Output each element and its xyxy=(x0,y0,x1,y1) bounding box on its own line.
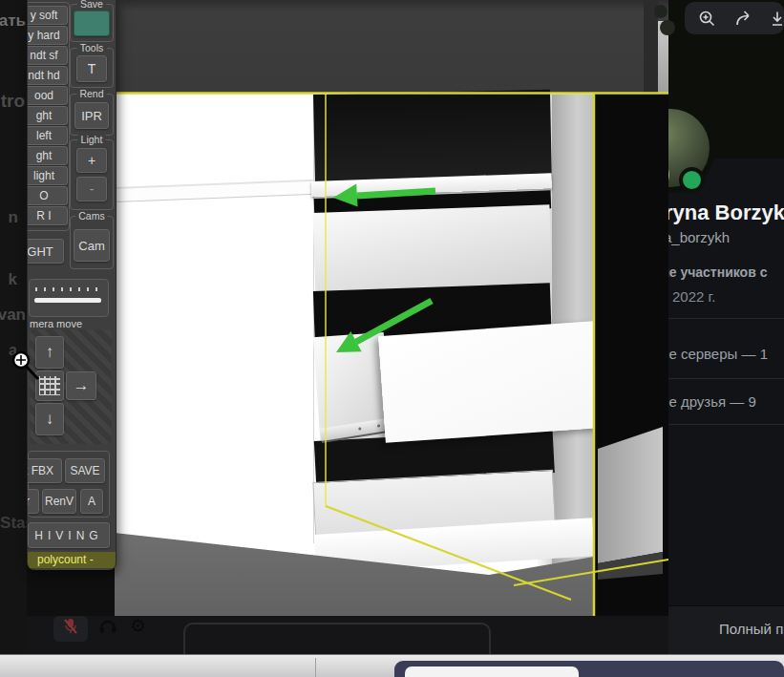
light-preset-button[interactable]: GHT xyxy=(27,239,64,264)
mutual-servers[interactable]: ие серверы — 1 xyxy=(668,346,768,362)
material-button[interactable]: y soft xyxy=(27,6,68,25)
maxscript-tool-panel: y soft y hard ndt sf ndt hd ood ght left… xyxy=(27,0,117,570)
camera-grid-button[interactable] xyxy=(35,370,64,401)
r-button[interactable]: r xyxy=(27,489,39,514)
material-button[interactable]: y hard xyxy=(27,26,68,45)
light-group-label: Light xyxy=(78,134,106,145)
material-button[interactable]: ood xyxy=(27,86,68,105)
material-button[interactable]: O xyxy=(27,186,68,205)
image-toolbar xyxy=(685,2,784,34)
avatar-clothing xyxy=(668,159,669,191)
material-button[interactable]: light xyxy=(27,166,68,185)
member-name-fragment: n xyxy=(9,208,18,227)
divider xyxy=(668,424,784,425)
profile-name: ryna Borzykh xyxy=(668,201,784,225)
profile-panel: ryna Borzykh a_borzykh ле участников с г… xyxy=(668,0,784,677)
render-viewport[interactable] xyxy=(115,0,668,616)
member-name-fragment: itro xyxy=(0,91,25,112)
save-color-button[interactable] xyxy=(74,11,110,36)
render-outside-frame xyxy=(594,93,668,616)
camera-button[interactable]: Cam xyxy=(74,229,110,262)
headphones-icon xyxy=(99,619,117,634)
segmented-control-selected[interactable] xyxy=(405,666,579,677)
renv-button[interactable]: RenV xyxy=(42,489,76,514)
save-group-label: Save xyxy=(77,0,106,10)
avatar-stack xyxy=(654,5,667,18)
cams-group-label: Cams xyxy=(75,210,107,222)
material-button[interactable]: ndt sf xyxy=(27,46,68,65)
settings-button[interactable]: ⚙ xyxy=(130,615,146,637)
camera-move-right-button[interactable]: → xyxy=(66,371,96,400)
rend-group-label: Rend xyxy=(76,88,106,99)
save-file-button[interactable]: SAVE xyxy=(65,458,105,483)
member-name-fragment: k xyxy=(9,270,17,289)
settings-gear-icon: ⚙ xyxy=(130,616,146,636)
member-name-fragment: a xyxy=(9,342,17,359)
material-button[interactable]: ght xyxy=(27,106,68,125)
camera-move-up-button[interactable]: ↑ xyxy=(35,336,64,369)
material-button[interactable]: left xyxy=(27,126,68,145)
member-name-fragment: Stas xyxy=(0,514,27,533)
material-button[interactable]: R I xyxy=(27,206,68,225)
export-fbx-button[interactable]: t FBX xyxy=(27,458,62,483)
ipr-render-button[interactable]: IPR xyxy=(74,102,109,129)
desktop: { "left_strip": { "fragments": ["чать", … xyxy=(0,0,784,677)
rail-hole xyxy=(377,424,380,427)
avatar-stack xyxy=(660,20,675,35)
polycount-status: polycount - xyxy=(28,552,116,568)
member-name-fragment: чать xyxy=(0,11,26,31)
divider xyxy=(668,378,784,379)
segmented-control[interactable] xyxy=(394,661,784,677)
light-plus-button[interactable]: + xyxy=(76,148,107,173)
voice-controls-bar: ⚙ xyxy=(27,616,668,654)
camera-move-label: mera move xyxy=(30,318,82,329)
zoom-in-icon[interactable] xyxy=(698,10,717,29)
divider xyxy=(315,658,316,677)
tools-group-label: Tools xyxy=(77,42,107,53)
member-name-fragment: van xyxy=(0,306,26,325)
member-since-label: ле участников с xyxy=(668,264,767,280)
material-button[interactable]: ght xyxy=(27,146,68,165)
drawer-pulled-out xyxy=(378,321,601,442)
slider-track[interactable] xyxy=(34,298,101,303)
online-status-badge xyxy=(679,167,705,193)
a-button[interactable]: A xyxy=(80,489,103,514)
rail-hole xyxy=(358,427,361,430)
material-button[interactable]: ndt hd xyxy=(27,66,68,85)
mute-button[interactable] xyxy=(53,616,88,642)
profile-username: a_borzykh xyxy=(668,229,730,245)
profile-footer: Полный пр xyxy=(668,605,784,655)
light-minus-button[interactable]: - xyxy=(76,177,107,201)
download-icon[interactable] xyxy=(769,10,784,29)
cabinet-top-compartment xyxy=(313,90,552,186)
tools-button[interactable]: T xyxy=(76,55,107,82)
mic-muted-icon xyxy=(63,618,78,635)
mutual-friends[interactable]: ие друзья — 9 xyxy=(668,393,756,410)
render-top-bar xyxy=(115,0,668,93)
full-profile-button[interactable]: Полный пр xyxy=(719,621,784,637)
render-scene xyxy=(115,93,668,616)
slider-group xyxy=(29,279,109,317)
cabinet-drawer-closed xyxy=(313,204,553,294)
slider-ticks xyxy=(35,287,100,291)
cabinet-side-outside xyxy=(598,427,663,566)
background-member-list: чать itro n k van a Stas xyxy=(0,0,27,677)
archiving-button[interactable]: HIVING xyxy=(28,522,110,548)
share-icon[interactable] xyxy=(734,10,753,29)
cabinet-shelf-edge xyxy=(115,180,315,202)
bottom-window-strip xyxy=(0,654,784,677)
grid-icon xyxy=(39,376,60,395)
member-since-value: г. 2022 г. xyxy=(668,288,715,305)
divider xyxy=(668,318,784,319)
camera-move-down-button[interactable]: ↓ xyxy=(35,403,64,435)
deafen-button[interactable] xyxy=(99,619,117,634)
